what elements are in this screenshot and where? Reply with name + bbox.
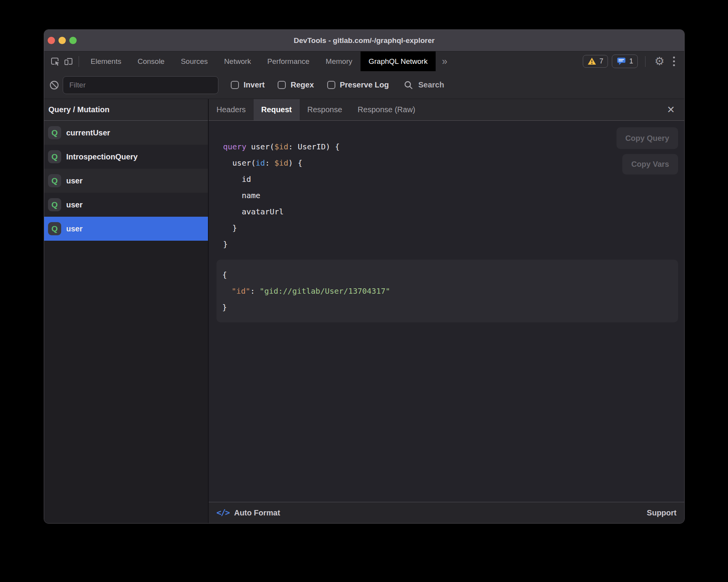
kebab-menu-icon[interactable] — [670, 56, 678, 67]
query-label: user — [66, 200, 82, 209]
query-type-badge: Q — [48, 126, 61, 139]
window-title: DevTools - gitlab.com/-/graphql-explorer — [44, 36, 684, 45]
query-type-badge: Q — [48, 174, 61, 187]
variables-box: { "id": "gid://gitlab/User/13704317"} — [216, 260, 678, 322]
query-label: IntrospectionQuery — [66, 152, 137, 161]
filter-checkboxes: InvertRegexPreserve Log — [231, 80, 389, 89]
checkbox-label: Regex — [290, 80, 314, 89]
checkbox-label: Preserve Log — [340, 80, 389, 89]
checkbox-label: Invert — [244, 80, 264, 89]
list-item-introspectionquery[interactable]: QIntrospectionQuery — [44, 145, 208, 169]
checkbox-invert[interactable]: Invert — [231, 80, 264, 89]
devtools-window: DevTools - gitlab.com/-/graphql-explorer… — [44, 29, 685, 524]
toolbar-divider — [79, 56, 79, 67]
query-type-badge: Q — [48, 198, 61, 211]
query-type-badge: Q — [48, 150, 61, 163]
checkbox-preserve-log[interactable]: Preserve Log — [327, 80, 389, 89]
inspect-element-icon[interactable] — [49, 55, 62, 68]
code-line: avatarUrl — [223, 204, 684, 220]
request-content: query user($id: UserID) { user(id: $id) … — [209, 121, 684, 502]
tab-elements[interactable]: Elements — [82, 51, 129, 71]
tab-graphql-network[interactable]: GraphQL Network — [361, 51, 436, 71]
detail-tabs: HeadersRequestResponseResponse (Raw) ✕ — [209, 99, 684, 121]
query-label: user — [66, 176, 82, 185]
checkbox-box-invert[interactable] — [231, 81, 239, 89]
list-item-user[interactable]: Quser — [44, 193, 208, 217]
code-format-icon: </> — [216, 508, 229, 517]
filter-bar: InvertRegexPreserve Log Search — [44, 71, 684, 99]
support-link[interactable]: Support — [647, 508, 676, 517]
filter-input[interactable] — [63, 76, 218, 94]
issues-badge[interactable]: 1 — [612, 55, 638, 68]
query-label: user — [66, 224, 82, 233]
warnings-badge[interactable]: 7 — [583, 55, 608, 68]
tab-memory[interactable]: Memory — [318, 51, 361, 71]
code-line: } — [223, 236, 684, 252]
close-icon[interactable]: ✕ — [664, 103, 678, 116]
code-line: name — [223, 187, 684, 204]
message-count: 1 — [629, 57, 633, 65]
checkbox-box-preserve-log[interactable] — [327, 81, 335, 89]
toolbar-divider — [645, 56, 646, 67]
variables-code: { "id": "gid://gitlab/User/13704317"} — [222, 267, 672, 315]
devtools-toolbar: ElementsConsoleSourcesNetworkPerformance… — [44, 51, 684, 71]
settings-gear-icon[interactable]: ⚙ — [653, 56, 666, 67]
detail-footer: </> Auto Format Support — [209, 502, 684, 523]
checkbox-regex[interactable]: Regex — [278, 80, 314, 89]
request-code: query user($id: UserID) { user(id: $id) … — [209, 121, 684, 252]
tab-sources[interactable]: Sources — [173, 51, 216, 71]
titlebar: DevTools - gitlab.com/-/graphql-explorer — [44, 30, 684, 51]
query-list: QcurrentUserQIntrospectionQueryQuserQuse… — [44, 121, 208, 241]
code-line: { — [222, 267, 672, 283]
detail-tabs-list: HeadersRequestResponseResponse (Raw) — [209, 99, 423, 120]
message-icon — [616, 57, 626, 66]
detail-tab-response[interactable]: Response — [300, 99, 350, 120]
code-line: "id": "gid://gitlab/User/13704317" — [222, 283, 672, 299]
copy-vars-button[interactable]: Copy Vars — [622, 154, 678, 175]
auto-format-button[interactable]: Auto Format — [234, 508, 280, 517]
list-item-user[interactable]: Quser — [44, 169, 208, 193]
code-line: id — [223, 171, 684, 187]
more-tabs-button[interactable]: » — [436, 51, 453, 71]
toolbar-right: 7 1 ⚙ — [583, 51, 684, 71]
code-line: user(id: $id) { — [223, 155, 684, 171]
clear-block-icon[interactable] — [49, 80, 60, 91]
tab-network[interactable]: Network — [216, 51, 259, 71]
query-label: currentUser — [66, 128, 110, 137]
code-line: query user($id: UserID) { — [223, 139, 684, 155]
search-label: Search — [418, 80, 444, 89]
detail-tab-request[interactable]: Request — [254, 99, 300, 120]
query-list-header: Query / Mutation — [44, 99, 208, 121]
search-icon — [403, 80, 414, 90]
warning-count: 7 — [599, 57, 603, 65]
tab-console[interactable]: Console — [129, 51, 173, 71]
toolbar-left-icons — [44, 51, 82, 71]
search-group[interactable]: Search — [403, 80, 444, 90]
code-line: } — [222, 299, 672, 315]
checkbox-box-regex[interactable] — [278, 81, 286, 89]
device-toolbar-icon[interactable] — [62, 55, 75, 68]
query-list-panel: Query / Mutation QcurrentUserQIntrospect… — [44, 99, 208, 523]
warning-icon — [587, 57, 596, 65]
code-line: } — [223, 220, 684, 236]
toolbar-tabs: ElementsConsoleSourcesNetworkPerformance… — [82, 51, 436, 71]
list-item-user[interactable]: Quser — [44, 217, 208, 241]
list-item-currentuser[interactable]: QcurrentUser — [44, 121, 208, 145]
detail-tab-headers[interactable]: Headers — [209, 99, 254, 120]
detail-tab-response-raw[interactable]: Response (Raw) — [350, 99, 423, 120]
copy-buttons: Copy Query Copy Vars — [616, 127, 678, 175]
tab-performance[interactable]: Performance — [259, 51, 318, 71]
main-split: Query / Mutation QcurrentUserQIntrospect… — [44, 99, 684, 523]
detail-panel: HeadersRequestResponseResponse (Raw) ✕ q… — [209, 99, 684, 523]
copy-query-button[interactable]: Copy Query — [616, 127, 678, 149]
query-type-badge: Q — [48, 222, 61, 235]
